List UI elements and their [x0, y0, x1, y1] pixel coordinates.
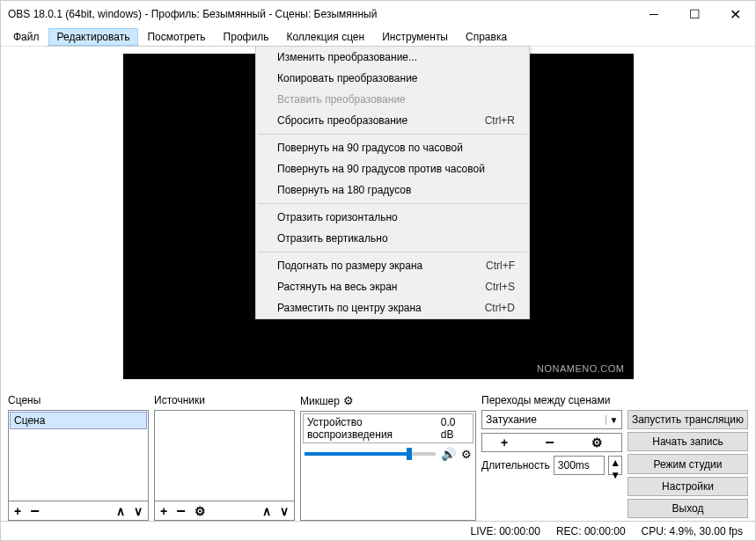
shortcut-text: Ctrl+S	[485, 281, 515, 293]
submenu-stretch-screen[interactable]: Растянуть на весь экран Ctrl+S	[256, 276, 529, 297]
duration-input[interactable]: 300ms	[554, 456, 606, 475]
submenu-rotate-90-cw[interactable]: Повернуть на 90 градусов по часовой	[256, 137, 529, 158]
menu-separator	[258, 203, 527, 204]
status-rec: REC: 00:00:00	[556, 525, 626, 537]
remove-scene-button[interactable]: −	[28, 507, 41, 515]
exit-button[interactable]: Выход	[628, 499, 748, 518]
remove-transition-button[interactable]: −	[543, 438, 556, 447]
status-cpu: CPU: 4.9%, 30.00 fps	[642, 525, 743, 537]
source-down-button[interactable]: ∨	[278, 504, 290, 518]
settings-button[interactable]: Настройки	[628, 477, 748, 496]
scene-down-button[interactable]: ∨	[132, 504, 144, 518]
shortcut-text: Ctrl+F	[486, 260, 515, 272]
volume-slider[interactable]	[305, 452, 436, 456]
submenu-rotate-90-ccw[interactable]: Повернуть на 90 градусов против часовой	[256, 158, 529, 179]
close-button[interactable]: ✕	[715, 1, 755, 27]
gear-icon[interactable]: ⚙	[461, 448, 472, 461]
shortcut-text: Ctrl+D	[485, 302, 515, 314]
speaker-icon[interactable]: 🔊	[441, 447, 456, 461]
menu-view[interactable]: Посмотреть	[138, 28, 214, 46]
source-settings-button[interactable]: ⚙	[193, 504, 208, 518]
duration-label: Длительность	[481, 459, 550, 472]
add-source-button[interactable]: +	[158, 504, 169, 518]
submenu-rotate-180[interactable]: Повернуть на 180 градусов	[256, 179, 529, 201]
menu-file[interactable]: Файл	[4, 28, 48, 46]
menubar: Файл Редактировать Посмотреть Профиль Ко…	[1, 27, 755, 47]
mixer-device-label: Устройство воспроизведения	[307, 416, 441, 441]
transition-settings-button[interactable]: ⚙	[590, 435, 605, 450]
menu-tools[interactable]: Инструменты	[373, 28, 457, 46]
controls-panel: . Запустить трансляцию Начать запись Реж…	[628, 392, 748, 521]
submenu-reset-transform[interactable]: Сбросить преобразование Ctrl+R	[256, 110, 529, 131]
watermark-text: NONAMENO.COM	[537, 363, 625, 374]
bottom-panels: Сцены Сцена + − ∧ ∨ Источники + − ⚙ ∧ ∨ …	[1, 389, 755, 521]
maximize-button[interactable]: ☐	[674, 1, 715, 27]
sources-list[interactable]	[154, 410, 295, 501]
add-scene-button[interactable]: +	[12, 504, 23, 518]
transitions-panel: Переходы между сценами Затухание ▼ + − ⚙…	[481, 392, 622, 521]
mixer-panel: Микшер ⚙ Устройство воспроизведения 0.0 …	[300, 392, 476, 521]
menu-separator	[258, 134, 527, 135]
mixer-body: Устройство воспроизведения 0.0 dB 🔊 ⚙	[300, 411, 476, 521]
shortcut-text: Ctrl+R	[485, 114, 515, 127]
sources-panel: Источники + − ⚙ ∧ ∨	[154, 392, 295, 521]
remove-source-button[interactable]: −	[174, 507, 187, 515]
minimize-button[interactable]: ─	[634, 1, 674, 27]
status-live: LIVE: 00:00:00	[470, 525, 539, 537]
submenu-copy-transform[interactable]: Копировать преобразование	[256, 68, 529, 89]
menu-scene-collection[interactable]: Коллекция сцен	[277, 28, 373, 46]
window-title: OBS 18.0.1 (64bit, windows) - Профиль: Б…	[8, 8, 634, 20]
mixer-device-row: Устройство воспроизведения 0.0 dB	[303, 413, 473, 443]
duration-spinner[interactable]: ▲▼	[608, 456, 622, 475]
mixer-header: Микшер ⚙	[300, 392, 476, 411]
scenes-panel: Сцены Сцена + − ∧ ∨	[8, 392, 149, 521]
gear-icon[interactable]: ⚙	[343, 394, 354, 407]
menu-help[interactable]: Справка	[457, 28, 516, 46]
submenu-edit-transform[interactable]: Изменить преобразование...	[256, 47, 529, 68]
start-streaming-button[interactable]: Запустить трансляцию	[628, 410, 748, 429]
titlebar: OBS 18.0.1 (64bit, windows) - Профиль: Б…	[1, 1, 755, 27]
transitions-header: Переходы между сценами	[481, 392, 622, 410]
scene-item[interactable]: Сцена	[10, 412, 147, 429]
transition-select[interactable]: Затухание ▼	[481, 410, 622, 429]
submenu-center-screen[interactable]: Разместить по центру экрана Ctrl+D	[256, 297, 529, 318]
submenu-paste-transform: Вставить преобразование	[256, 89, 529, 110]
submenu-fit-screen[interactable]: Подогнать по размеру экрана Ctrl+F	[256, 255, 529, 276]
scenes-list[interactable]: Сцена	[8, 410, 149, 501]
transform-submenu: Изменить преобразование... Копировать пр…	[255, 46, 530, 319]
scene-up-button[interactable]: ∧	[114, 504, 127, 518]
scenes-header: Сцены	[8, 392, 149, 410]
submenu-flip-vertical[interactable]: Отразить вертикально	[256, 228, 529, 249]
add-transition-button[interactable]: +	[499, 435, 510, 450]
studio-mode-button[interactable]: Режим студии	[628, 454, 748, 473]
sources-header: Источники	[154, 392, 295, 410]
submenu-flip-horizontal[interactable]: Отразить горизонтально	[256, 207, 529, 228]
menu-profile[interactable]: Профиль	[215, 28, 278, 46]
start-recording-button[interactable]: Начать запись	[628, 432, 748, 451]
chevron-down-icon: ▼	[606, 415, 621, 425]
mixer-db-value: 0.0 dB	[441, 416, 469, 441]
source-up-button[interactable]: ∧	[261, 504, 273, 518]
menu-edit[interactable]: Редактировать	[48, 28, 139, 46]
statusbar: LIVE: 00:00:00 REC: 00:00:00 CPU: 4.9%, …	[1, 521, 755, 540]
menu-separator	[258, 252, 527, 252]
